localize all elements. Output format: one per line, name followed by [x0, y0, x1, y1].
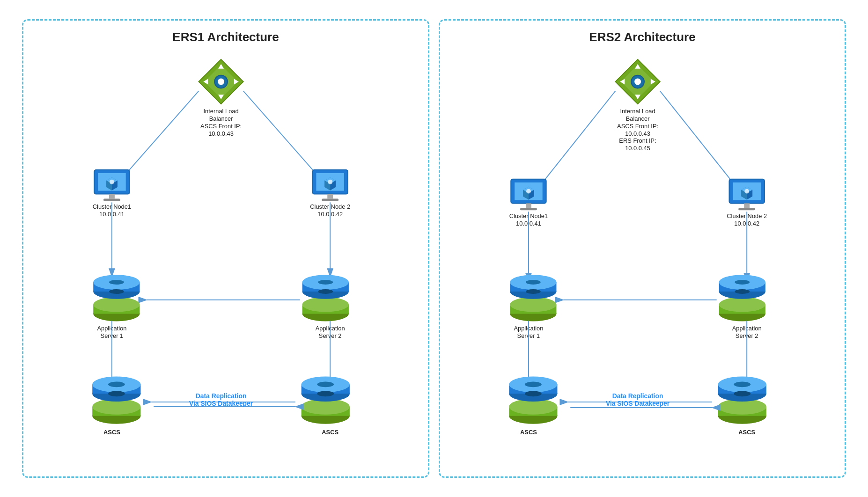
svg-point-128	[734, 381, 750, 387]
ers2-lb-label4: 10.0.0.43	[625, 130, 650, 137]
ers1-data-rep-label2: Via SIOS Datakeeper	[189, 400, 253, 407]
ers1-node1-icon	[94, 170, 129, 201]
svg-point-21	[110, 180, 114, 184]
svg-point-63	[317, 381, 334, 387]
ers2-ascs2-label: ASCS	[738, 429, 755, 436]
ers1-appserver2-icon	[302, 275, 349, 321]
svg-point-108	[719, 297, 765, 312]
svg-point-64	[317, 391, 334, 396]
ers1-data-rep-label1: Data Replication	[196, 392, 247, 400]
ers1-lb-label1: Internal Load	[203, 108, 238, 115]
ers2-ascs2-icon	[718, 376, 766, 424]
ers1-ascs2-label: ASCS	[322, 429, 338, 436]
svg-point-86	[526, 189, 531, 194]
ers2-node1-icon	[511, 179, 546, 210]
svg-point-100	[510, 297, 556, 312]
ers1-lb-label4: 10.0.0.43	[208, 130, 234, 137]
ers2-lb-label5: ERS Front IP:	[619, 137, 656, 144]
svg-rect-96	[744, 203, 750, 208]
svg-rect-32	[322, 199, 338, 201]
ers2-lb-label6: 10.0.0.45	[625, 145, 650, 152]
svg-point-75	[634, 79, 641, 85]
ers1-title: ERS1 Architecture	[172, 30, 279, 44]
ers2-node2-icon	[729, 179, 765, 210]
ers2-box: ERS2 Architecture	[439, 19, 846, 478]
ers2-load-balancer-icon	[615, 59, 660, 104]
ers2-lb-to-node2-line	[660, 91, 738, 188]
ers1-lb-to-node2-line	[243, 91, 321, 179]
svg-point-39	[109, 280, 124, 285]
svg-point-43	[302, 297, 349, 312]
svg-point-10	[218, 79, 224, 85]
ers2-lb-to-node1-line	[538, 91, 616, 188]
svg-rect-22	[109, 194, 115, 199]
ers2-appserver1-icon	[510, 275, 556, 321]
ers2-ascs1-icon	[509, 376, 557, 424]
svg-point-55	[108, 381, 125, 387]
ers1-appserver1-icon	[93, 275, 140, 321]
svg-point-129	[734, 391, 750, 396]
ers1-lb-label2: Balancer	[209, 115, 234, 122]
ers2-data-rep-label1: Data Replication	[612, 392, 663, 400]
ers1-ascs1-icon	[92, 376, 140, 424]
svg-point-47	[318, 280, 333, 285]
ers1-lb-to-node1-line	[121, 91, 199, 179]
ers1-node2-icon	[313, 170, 348, 201]
ers2-lb-label1: Internal Load	[620, 108, 655, 115]
svg-point-113	[735, 289, 750, 294]
ers1-ascs2-icon	[302, 376, 350, 424]
svg-point-35	[93, 297, 140, 312]
ers1-lb-label3: ASCS Front IP:	[200, 123, 242, 130]
svg-point-104	[526, 280, 541, 285]
svg-point-112	[735, 280, 750, 285]
svg-rect-23	[103, 199, 120, 201]
ers2-diagram: Internal Load Balancer ASCS Front IP: 10…	[454, 54, 831, 462]
svg-point-30	[328, 180, 332, 184]
ers2-lb-label2: Balancer	[626, 115, 650, 122]
svg-point-121	[525, 391, 542, 396]
svg-rect-87	[526, 203, 531, 208]
ers1-ascs1-label: ASCS	[103, 429, 120, 436]
ers2-title: ERS2 Architecture	[589, 30, 695, 44]
svg-rect-31	[327, 194, 333, 199]
ers2-ascs1-label: ASCS	[520, 429, 537, 436]
svg-rect-97	[738, 208, 755, 210]
svg-rect-88	[520, 208, 537, 210]
svg-point-105	[526, 289, 541, 294]
ers2-data-rep-label2: Via SIOS Datakeeper	[606, 400, 670, 407]
ers2-appserver2-icon	[719, 275, 765, 321]
svg-point-95	[744, 189, 749, 194]
svg-point-48	[318, 289, 333, 294]
page-container: ERS1 Architecture	[0, 0, 868, 497]
ers1-load-balancer-icon	[199, 59, 243, 104]
svg-point-56	[108, 391, 125, 396]
svg-point-40	[109, 289, 124, 294]
ers1-box: ERS1 Architecture	[22, 19, 429, 478]
svg-point-120	[525, 381, 542, 387]
ers1-diagram: Internal Load Balancer ASCS Front IP: 10…	[37, 54, 414, 462]
ers2-lb-label3: ASCS Front IP:	[617, 123, 658, 130]
